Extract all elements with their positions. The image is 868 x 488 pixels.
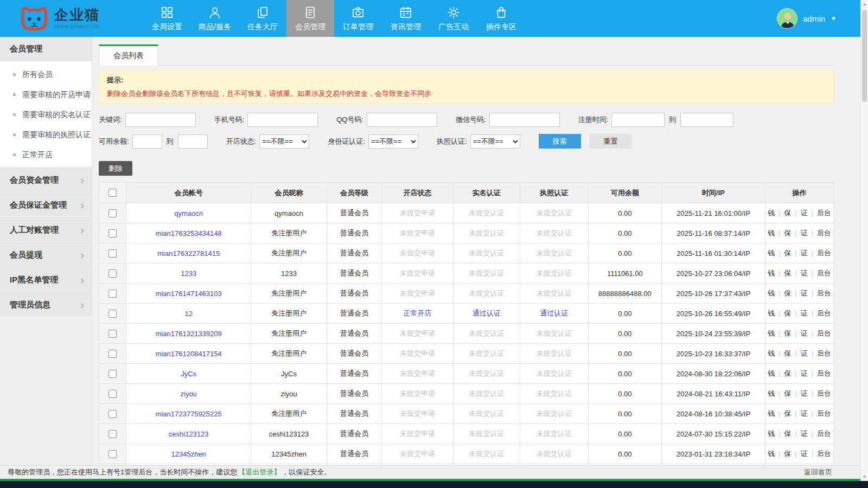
action-link[interactable]: 后台	[817, 309, 831, 317]
scroll-down-icon[interactable]: ▼	[861, 473, 868, 481]
row-checkbox[interactable]	[108, 350, 117, 358]
member-account-link[interactable]: mian176322781415	[157, 249, 220, 258]
action-link[interactable]: 钱	[768, 309, 775, 317]
row-checkbox[interactable]	[108, 209, 117, 217]
action-link[interactable]: 后台	[817, 269, 831, 277]
action-link[interactable]: 保	[784, 249, 791, 257]
action-link[interactable]: 钱	[768, 329, 775, 337]
member-account-link[interactable]: ziyou	[181, 390, 197, 398]
sidebar-item[interactable]: 需要审核的执照认证	[0, 125, 92, 145]
nav-item-news[interactable]: 资讯管理	[382, 0, 430, 37]
action-link[interactable]: 证	[801, 289, 808, 297]
row-checkbox[interactable]	[108, 330, 117, 338]
tab-member-list[interactable]: 会员列表	[99, 44, 158, 66]
scroll-up-icon[interactable]: ▲	[861, 0, 868, 8]
phone-input[interactable]	[247, 113, 318, 127]
action-link[interactable]: 钱	[768, 369, 775, 377]
member-account-link[interactable]: mian1761208417154	[156, 350, 222, 358]
realname-status[interactable]: 通过认证	[453, 304, 520, 324]
user-menu[interactable]: admin ▼	[777, 0, 837, 37]
action-link[interactable]: 证	[801, 349, 808, 357]
sidebar-section-ip-blacklist[interactable]: IP黑名单管理›	[0, 267, 92, 292]
member-account-link[interactable]: mian1763253434148	[156, 229, 222, 237]
action-link[interactable]: 保	[784, 329, 791, 337]
id-auth-select[interactable]: ==不限==	[368, 134, 418, 149]
member-account-link[interactable]: 12345zhen	[171, 450, 206, 458]
action-link[interactable]: 后台	[817, 409, 831, 418]
action-link[interactable]: 证	[801, 229, 808, 237]
nav-item-tasks[interactable]: 任务大厅	[239, 0, 286, 37]
member-account-link[interactable]: ceshi123123	[169, 430, 209, 438]
balance-min-input[interactable]	[132, 134, 162, 149]
qq-input[interactable]	[367, 113, 437, 127]
nav-item-orders[interactable]: 订单管理	[334, 0, 382, 37]
reset-button[interactable]: 重置	[590, 134, 632, 149]
license-status[interactable]: 通过认证	[520, 304, 588, 324]
action-link[interactable]: 证	[801, 249, 808, 257]
member-account-link[interactable]: 1233	[181, 269, 196, 278]
action-link[interactable]: 钱	[768, 429, 775, 438]
row-checkbox[interactable]	[108, 430, 117, 438]
action-link[interactable]: 后台	[817, 229, 831, 237]
action-link[interactable]: 证	[801, 409, 808, 418]
sidebar-item[interactable]: 需要审核的实名认证	[0, 105, 92, 125]
delete-button[interactable]: 删除	[99, 161, 132, 176]
action-link[interactable]: 钱	[768, 389, 775, 397]
action-link[interactable]: 后台	[817, 450, 831, 458]
action-link[interactable]: 后台	[817, 389, 831, 397]
vertical-scrollbar[interactable]: ▲ ▼	[860, 0, 868, 481]
brand-logo[interactable]: 企业猫 WWW.QYMAO.CN	[17, 0, 131, 37]
action-link[interactable]: 保	[784, 429, 791, 438]
select-all-checkbox[interactable]	[108, 189, 117, 197]
license-auth-select[interactable]: ==不限==	[470, 134, 520, 149]
back-home-link[interactable]: 返回首页	[804, 467, 832, 477]
regtime-start-input[interactable]	[611, 113, 665, 127]
nav-item-ads[interactable]: 广告互动	[430, 0, 477, 37]
action-link[interactable]: 后台	[817, 369, 831, 377]
shop-status[interactable]: 正常开店	[382, 304, 453, 324]
sidebar-section-admin-info[interactable]: 管理员信息›	[0, 292, 92, 317]
action-link[interactable]: 钱	[768, 450, 775, 458]
action-link[interactable]: 后台	[817, 289, 831, 297]
member-account-link[interactable]: mian1761471463103	[156, 290, 222, 298]
action-link[interactable]: 保	[784, 269, 791, 277]
regtime-end-input[interactable]	[680, 113, 733, 127]
action-link[interactable]: 钱	[768, 349, 775, 357]
sidebar-item[interactable]: 需要审核的开店申请	[0, 85, 92, 105]
row-checkbox[interactable]	[108, 370, 117, 378]
sidebar-section-member-manage[interactable]: 会员管理	[0, 37, 92, 62]
action-link[interactable]: 后台	[817, 249, 831, 257]
action-link[interactable]: 保	[784, 409, 791, 418]
action-link[interactable]: 钱	[768, 289, 775, 297]
scrollbar-thumb[interactable]	[862, 10, 867, 102]
sidebar-section-manual-reconcile[interactable]: 人工对账管理›	[0, 217, 92, 242]
member-account-link[interactable]: mian1761321339209	[156, 330, 222, 338]
sidebar-item[interactable]: 所有会员	[0, 65, 92, 85]
sidebar-section-member-deposit[interactable]: 会员保证金管理›	[0, 192, 92, 217]
row-checkbox[interactable]	[108, 290, 117, 298]
action-link[interactable]: 证	[801, 389, 808, 397]
search-button[interactable]: 搜索	[539, 134, 581, 149]
row-checkbox[interactable]	[108, 310, 117, 318]
sidebar-item[interactable]: 正常开店	[0, 145, 92, 165]
action-link[interactable]: 证	[801, 329, 808, 337]
action-link[interactable]: 钱	[768, 229, 775, 237]
action-link[interactable]: 后台	[817, 349, 831, 357]
action-link[interactable]: 后台	[817, 429, 831, 438]
action-link[interactable]: 保	[784, 349, 791, 357]
sidebar-section-member-withdraw[interactable]: 会员提现›	[0, 242, 92, 267]
action-link[interactable]: 保	[784, 389, 791, 397]
action-link[interactable]: 保	[784, 369, 791, 377]
nav-item-plugins[interactable]: 插件专区	[477, 0, 525, 37]
sidebar-section-member-funds[interactable]: 会员资金管理›	[0, 168, 92, 192]
action-link[interactable]: 证	[801, 309, 808, 317]
action-link[interactable]: 证	[801, 209, 808, 217]
row-checkbox[interactable]	[108, 249, 117, 258]
nav-item-members[interactable]: 会员管理	[286, 0, 334, 37]
wechat-input[interactable]	[489, 113, 560, 127]
action-link[interactable]: 证	[801, 269, 808, 277]
action-link[interactable]: 证	[801, 450, 808, 458]
keyword-input[interactable]	[125, 113, 196, 127]
row-checkbox[interactable]	[108, 450, 117, 458]
action-link[interactable]: 后台	[817, 329, 831, 337]
